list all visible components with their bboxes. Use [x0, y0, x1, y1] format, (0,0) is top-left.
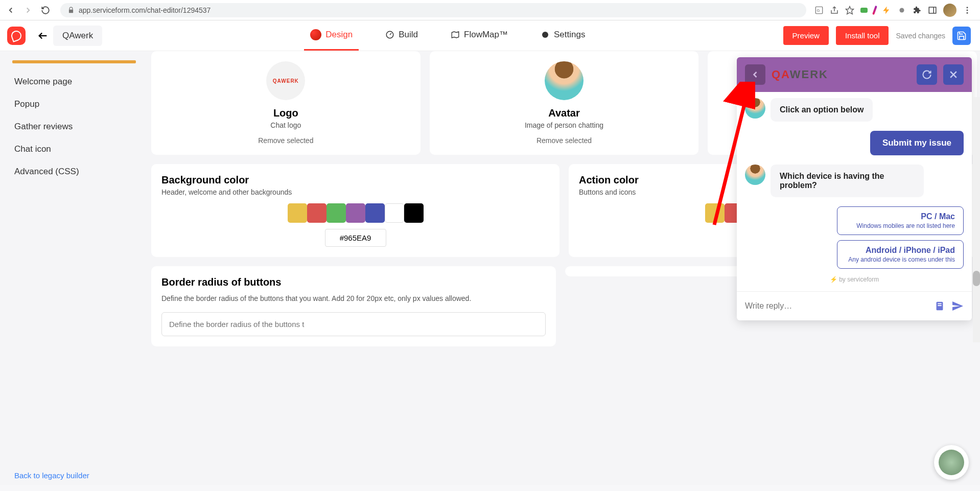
submit-issue-button[interactable]: Submit my issue [870, 131, 964, 155]
ext-bug-icon[interactable] [897, 6, 906, 15]
opt1-sub: Windows mobiles are not listed here [846, 222, 955, 229]
bgcolor-input[interactable] [325, 229, 386, 247]
app-logo[interactable] [7, 27, 26, 45]
url-text: app.serviceform.com/chat-editor/1294537 [79, 6, 211, 14]
sidebar-item-chaticon[interactable]: Chat icon [0, 138, 148, 160]
swatch-purple[interactable] [346, 203, 365, 223]
back-button[interactable] [33, 26, 53, 46]
msg-bubble-2: Which device is having the problem? [771, 165, 924, 197]
logo-title: Logo [161, 107, 410, 119]
install-button[interactable]: Install tool [836, 26, 889, 45]
chat-close-button[interactable] [943, 64, 964, 85]
avatar-thumb[interactable] [545, 61, 584, 100]
attach-icon[interactable] [934, 300, 945, 312]
browser-forward-button[interactable] [21, 4, 35, 17]
svg-text:G: G [817, 8, 820, 13]
swatch-yellow[interactable] [288, 203, 307, 223]
tab-build[interactable]: Build [379, 20, 424, 51]
map-icon [451, 30, 460, 39]
radius-desc: Define the border radius of the buttons … [161, 293, 546, 304]
browser-bar: app.serviceform.com/chat-editor/1294537 … [0, 0, 980, 20]
option-mobile[interactable]: Android / iPhone / iPad Any android devi… [837, 240, 964, 269]
sidebar-item-welcome[interactable]: Welcome page [0, 71, 148, 93]
chevron-left-icon [750, 69, 760, 80]
svg-marker-2 [846, 6, 854, 14]
launcher-icon [939, 450, 964, 475]
opt2-title: Android / iPhone / iPad [846, 246, 955, 255]
chat-refresh-button[interactable] [917, 64, 937, 85]
swatch-blue[interactable] [365, 203, 385, 223]
option-pc-mac[interactable]: PC / Mac Windows mobiles are not listed … [837, 206, 964, 235]
sidebar-top-strip [12, 60, 136, 63]
chat-body: Click an option below Submit my issue Wh… [737, 92, 972, 291]
tab-flowmap-label: FlowMap™ [464, 30, 508, 40]
kebab-menu-icon[interactable] [963, 6, 972, 15]
powered-by: ⚡ by serviceform [745, 276, 964, 283]
radius-input[interactable] [161, 312, 546, 336]
svg-point-3 [900, 8, 904, 12]
header-actions: Preview Install tool Saved changes [783, 26, 980, 45]
chat-header: QAWERK [737, 57, 972, 92]
project-name[interactable]: QAwerk [53, 26, 102, 46]
panel-icon[interactable] [928, 6, 937, 15]
chat-launcher-bubble[interactable] [934, 445, 969, 480]
ext-feather-icon[interactable] [872, 5, 877, 14]
browser-extension-icons: G [814, 4, 976, 17]
bgcolor-swatches [161, 203, 549, 223]
sidebar-item-reviews[interactable]: Gather reviews [0, 115, 148, 138]
svg-point-7 [967, 9, 968, 11]
send-icon[interactable] [951, 300, 964, 312]
tab-settings[interactable]: Settings [534, 20, 591, 51]
star-icon[interactable] [845, 6, 854, 15]
swatch-yellow-2[interactable] [705, 203, 725, 223]
preview-button[interactable]: Preview [783, 26, 829, 45]
chat-preview-panel: QAWERK Click an option below Submit my i… [737, 57, 972, 320]
sidebar-item-advanced[interactable]: Advanced (CSS) [0, 160, 148, 183]
msg-avatar-1 [745, 98, 765, 119]
saved-status: Saved changes [896, 32, 945, 40]
browser-back-button[interactable] [4, 4, 17, 17]
sidebar-item-popup[interactable]: Popup [0, 93, 148, 115]
ext-bolt-icon[interactable] [882, 6, 891, 15]
swatch-black[interactable] [404, 203, 424, 223]
share-icon[interactable] [830, 6, 839, 15]
radius-title: Border radius of buttons [161, 276, 546, 288]
msg-avatar-2 [745, 165, 765, 185]
logo-remove-link[interactable]: Remove selected [161, 136, 410, 145]
profile-avatar[interactable] [943, 4, 956, 17]
palette-icon [310, 29, 321, 40]
logo-thumb[interactable]: QAWERK [266, 61, 305, 100]
svg-point-8 [967, 12, 968, 13]
save-icon [956, 31, 967, 41]
tab-settings-label: Settings [554, 30, 585, 40]
bgcolor-card: Background color Header, welcome and oth… [151, 164, 559, 257]
msg-bubble-1: Click an option below [771, 98, 873, 122]
tab-build-label: Build [399, 30, 418, 40]
avatar-remove-link[interactable]: Remove selected [440, 136, 689, 145]
swatch-green[interactable] [326, 203, 346, 223]
chat-scrollbar[interactable] [973, 97, 980, 342]
svg-rect-16 [938, 305, 941, 306]
tab-flowmap[interactable]: FlowMap™ [445, 20, 514, 51]
legacy-builder-link[interactable]: Back to legacy builder [14, 471, 89, 480]
horizontal-scrollbar[interactable] [0, 485, 980, 491]
address-bar[interactable]: app.serviceform.com/chat-editor/1294537 [60, 3, 806, 17]
save-button[interactable] [952, 27, 971, 45]
radius-card: Border radius of buttons Define the bord… [151, 266, 556, 346]
gauge-icon [385, 30, 394, 39]
top-tabs: Design Build FlowMap™ Settings [112, 20, 783, 51]
logo-card: QAWERK Logo Chat logo Remove selected [151, 51, 421, 155]
chat-input-row [737, 291, 972, 320]
refresh-icon [922, 69, 932, 80]
chat-back-button[interactable] [745, 64, 765, 85]
translate-icon[interactable]: G [814, 6, 824, 15]
chat-reply-input[interactable] [745, 301, 928, 311]
ext-green-dot-icon[interactable] [860, 8, 868, 13]
swatch-red[interactable] [307, 203, 326, 223]
swatch-white[interactable] [385, 203, 404, 223]
extensions-icon[interactable] [913, 6, 922, 15]
tab-design[interactable]: Design [304, 20, 359, 51]
logo-sub: Chat logo [161, 121, 410, 129]
lock-icon [67, 7, 75, 14]
browser-reload-button[interactable] [39, 4, 52, 17]
